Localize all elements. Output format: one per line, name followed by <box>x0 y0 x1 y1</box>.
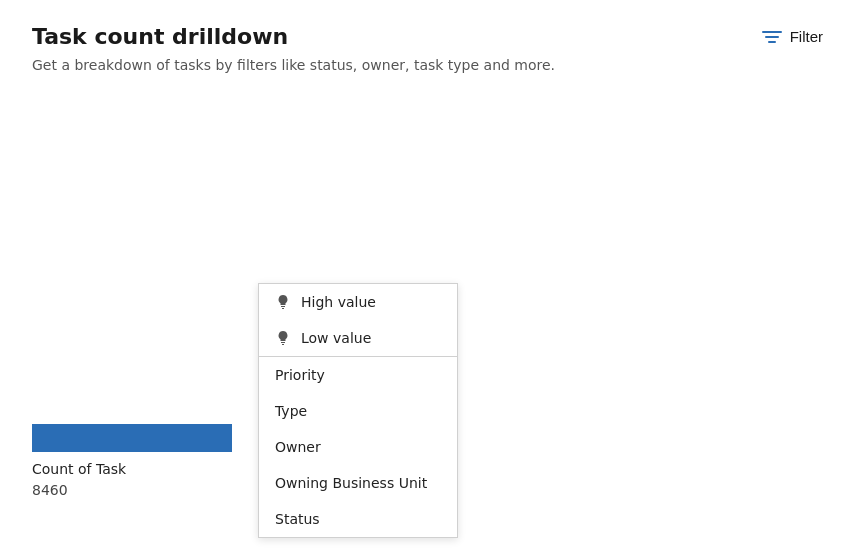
owner-label: Owner <box>275 439 321 455</box>
dropdown-item-status[interactable]: Status <box>259 501 457 537</box>
dropdown-item-low-value[interactable]: Low value <box>259 320 457 356</box>
dropdown-item-owner[interactable]: Owner <box>259 429 457 465</box>
filter-button[interactable]: Filter <box>754 24 831 49</box>
filter-label: Filter <box>790 28 823 45</box>
title-section: Task count drilldown Get a breakdown of … <box>32 24 754 73</box>
page-title: Task count drilldown <box>32 24 754 49</box>
header-area: Task count drilldown Get a breakdown of … <box>32 24 831 73</box>
lightbulb-icon <box>275 294 291 310</box>
bar-chart-bar <box>32 424 232 452</box>
status-label: Status <box>275 511 320 527</box>
owning-business-unit-label: Owning Business Unit <box>275 475 427 491</box>
page-subtitle: Get a breakdown of tasks by filters like… <box>32 57 754 73</box>
type-label: Type <box>275 403 307 419</box>
dropdown-item-owning-business-unit[interactable]: Owning Business Unit <box>259 465 457 501</box>
priority-label: Priority <box>275 367 325 383</box>
bar-value: 8460 <box>32 482 68 498</box>
bar-wrapper: Count of Task 8460 <box>32 424 232 498</box>
page-container: Task count drilldown Get a breakdown of … <box>0 0 863 558</box>
lightbulb-icon-2 <box>275 330 291 346</box>
high-value-label: High value <box>301 294 376 310</box>
filter-icon <box>762 31 782 43</box>
low-value-label: Low value <box>301 330 371 346</box>
dropdown-menu: High value Low value Priority Type Owner… <box>258 283 458 538</box>
dropdown-item-high-value[interactable]: High value <box>259 284 457 320</box>
dropdown-item-priority[interactable]: Priority <box>259 357 457 393</box>
dropdown-item-type[interactable]: Type <box>259 393 457 429</box>
bar-label: Count of Task <box>32 460 126 480</box>
